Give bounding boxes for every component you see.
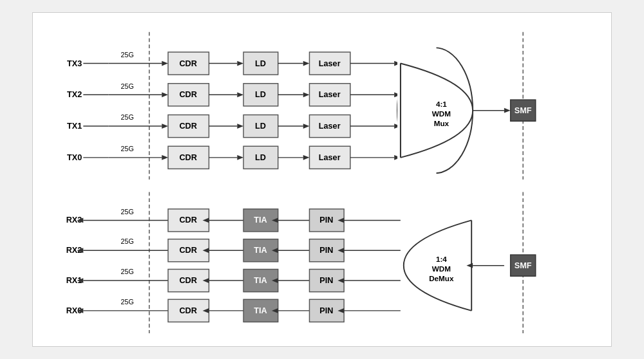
tx3-label: TX3	[67, 59, 82, 68]
ld-tx1-text: LD	[255, 122, 266, 131]
svg-marker-29	[303, 155, 310, 160]
rx2-speed: 25G	[120, 237, 133, 245]
tia-rx3-text: TIA	[254, 216, 267, 225]
demux-label-line2: WDM	[432, 264, 451, 273]
smf-tx-text: SMF	[515, 106, 532, 115]
tia-rx1-text: TIA	[254, 276, 267, 285]
tia-rx0-text: TIA	[254, 306, 267, 315]
tx0-label: TX0	[67, 153, 82, 162]
laser-tx1-text: Laser	[319, 122, 341, 131]
svg-marker-23	[303, 61, 310, 66]
rx0-speed: 25G	[120, 298, 133, 306]
svg-marker-4	[162, 61, 168, 66]
svg-marker-25	[303, 92, 310, 97]
tx1-speed: 25G	[120, 113, 133, 121]
tx3-speed: 25G	[120, 51, 133, 59]
cdr-rx3-text: CDR	[179, 216, 196, 225]
cdr-tx0-text: CDR	[179, 153, 196, 162]
laser-tx0-text: Laser	[319, 153, 341, 162]
cdr-rx2-text: CDR	[179, 246, 196, 255]
tx0-speed: 25G	[120, 145, 133, 152]
mux-label-line1: 4:1	[436, 100, 447, 108]
smf-rx-text: SMF	[515, 261, 532, 270]
diagram-container: TX3 TX2 TX1 TX0 25G 25G 25G 25G CDR	[32, 12, 612, 347]
svg-marker-19	[237, 124, 243, 129]
svg-marker-13	[162, 155, 168, 160]
cdr-rx1-text: CDR	[179, 276, 196, 285]
cdr-rx0-text: CDR	[179, 306, 196, 315]
demux-label-line3: DeMux	[429, 274, 454, 282]
cdr-tx3-text: CDR	[179, 59, 196, 68]
svg-marker-10	[162, 124, 168, 129]
tx2-label: TX2	[67, 90, 82, 99]
mux-label-line3: Mux	[434, 119, 450, 127]
svg-marker-21	[237, 155, 243, 160]
ld-tx2-text: LD	[255, 90, 266, 99]
rx3-speed: 25G	[120, 208, 133, 216]
svg-marker-42	[504, 108, 511, 113]
tia-rx2-text: TIA	[254, 246, 267, 255]
svg-marker-15	[237, 61, 243, 66]
ld-tx0-text: LD	[255, 153, 266, 162]
tx1-label: TX1	[67, 122, 82, 131]
svg-marker-17	[237, 92, 243, 97]
laser-tx3-text: Laser	[319, 59, 341, 68]
cdr-tx1-text: CDR	[179, 122, 196, 131]
rx1-speed: 25G	[120, 268, 133, 275]
ld-tx3-text: LD	[255, 59, 266, 68]
cdr-tx2-text: CDR	[179, 90, 196, 99]
pin-rx3-text: PIN	[319, 216, 333, 225]
mux-label-line2: WDM	[432, 109, 451, 118]
demux-label-line1: 1:4	[436, 255, 447, 263]
svg-marker-7	[162, 92, 168, 97]
laser-tx2-text: Laser	[319, 90, 341, 99]
pin-rx1-text: PIN	[319, 276, 333, 285]
pin-rx0-text: PIN	[319, 306, 333, 315]
tx2-speed: 25G	[120, 82, 133, 90]
svg-marker-27	[303, 124, 310, 129]
pin-rx2-text: PIN	[319, 246, 333, 255]
